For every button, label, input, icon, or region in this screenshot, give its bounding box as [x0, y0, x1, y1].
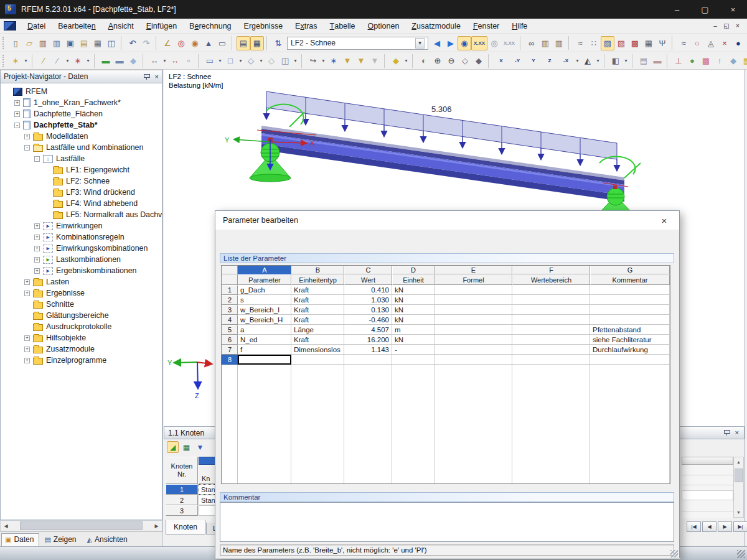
generate-member-load-icon[interactable]: ▼ [341, 54, 354, 68]
generate-surface-load-icon[interactable]: ▼ [354, 54, 368, 68]
zoom-out-icon[interactable]: ⊖ [444, 54, 458, 68]
tree-expander[interactable]: + [24, 347, 30, 352]
cell-wert[interactable]: 1.143 [344, 345, 392, 355]
mdi-restore-button[interactable]: ◱ [721, 21, 732, 31]
print-preview-icon[interactable]: ◫ [105, 36, 118, 50]
dropdown-icon[interactable]: ▾ [622, 54, 629, 68]
menu-item-extras[interactable]: Extras [289, 19, 323, 33]
column-letter-E[interactable]: E [435, 266, 512, 274]
tab-zeigen[interactable]: ▤Zeigen [40, 533, 82, 546]
cell-formel[interactable] [435, 315, 512, 325]
cell-parameter[interactable]: s [238, 295, 291, 305]
cell-wertebereich[interactable] [512, 345, 590, 355]
tree-item[interactable]: LF3: Wind drückend [1, 187, 162, 198]
visibility-modes-icon[interactable]: ◧ [609, 54, 622, 68]
scrollbar-thumb[interactable] [20, 521, 143, 530]
dropdown-icon[interactable]: ▾ [237, 54, 244, 68]
menu-item-ansicht[interactable]: Ansicht [102, 19, 140, 33]
navigator-header[interactable]: Projekt-Navigator - Daten × [0, 70, 162, 83]
generate-load-disabled-icon[interactable]: ▼ [368, 54, 382, 68]
dialog-resize-grip[interactable] [670, 550, 678, 558]
table-insert-icon[interactable]: ▦ [181, 441, 192, 453]
table-corner-cell[interactable] [222, 266, 238, 274]
cell-einheitentyp[interactable]: Kraft [291, 295, 344, 305]
cell-kommentar[interactable]: Pfettenabstand [590, 325, 670, 335]
tree-expander[interactable]: + [34, 268, 40, 274]
record-nav-button[interactable]: |◀ [687, 521, 701, 532]
user-views-icon[interactable]: ▤ [637, 54, 651, 68]
dropdown-icon[interactable]: ▾ [258, 54, 265, 68]
mesh-settings-icon[interactable]: ▦ [642, 36, 655, 50]
table-corner-cell[interactable] [222, 274, 238, 285]
cell-wertebereich[interactable] [512, 315, 590, 325]
new-dimension-icon[interactable]: ↔ [148, 54, 161, 68]
tree-item[interactable]: Schnitte [1, 299, 162, 310]
cell-kommentar[interactable] [590, 315, 670, 325]
dropdown-icon[interactable]: ▾ [217, 54, 223, 68]
view-y-icon[interactable]: Y [525, 54, 542, 68]
cell-formel[interactable] [435, 285, 512, 295]
cell-einheitentyp[interactable] [291, 355, 344, 365]
tree-item[interactable]: +▸Lastkombinationen [1, 254, 162, 265]
column-caption[interactable]: Einheit [392, 274, 435, 285]
results-lens-icon[interactable]: ● [685, 54, 699, 68]
object-info-icon[interactable]: ● [731, 36, 745, 50]
tree-item[interactable]: -↓Lastfälle [1, 153, 162, 164]
pick-object-icon[interactable]: ◎ [174, 36, 188, 50]
dropdown-icon[interactable]: ▾ [64, 54, 71, 68]
cell-einheitentyp[interactable]: Dimensionslos [291, 345, 344, 355]
import-archive-icon[interactable]: ▥ [36, 36, 50, 50]
cell-einheit[interactable]: kN [392, 335, 435, 345]
dropdown-icon[interactable]: ▾ [292, 54, 299, 68]
tree-item[interactable]: +Modelldaten [1, 131, 162, 142]
column-letter-D[interactable]: D [392, 266, 435, 274]
new-surface-icon[interactable]: ◆ [126, 54, 140, 68]
cell-formel[interactable] [435, 295, 512, 305]
tree-item[interactable]: +Lasten [1, 276, 162, 287]
table-cabinet-2-icon[interactable]: ▥ [552, 36, 566, 50]
row-number[interactable]: 3 [222, 305, 238, 315]
clipping-plane-icon[interactable]: ▬ [651, 54, 664, 68]
scroll-left-icon[interactable]: ◀ [1, 521, 11, 531]
tree-item[interactable]: +Zusatzmodule [1, 343, 162, 355]
knoten-nr-header[interactable]: Knoten Nr. [166, 457, 198, 484]
table-cabinet-1-icon[interactable]: ▥ [538, 36, 552, 50]
cell-wert[interactable]: 1.030 [344, 295, 392, 305]
cell-wertebereich[interactable] [512, 305, 590, 315]
new-node-icon[interactable]: ∗ [9, 54, 22, 68]
cell-parameter[interactable]: w_Bereich_H [238, 315, 291, 325]
undo-icon[interactable]: ↶ [126, 36, 139, 50]
tree-expander[interactable]: + [14, 111, 20, 117]
menu-item-tabelle[interactable]: Tabelle [324, 19, 362, 33]
cell-einheitentyp[interactable]: Kraft [291, 305, 344, 315]
tree-item[interactable]: -Dachpfette_Stab* [1, 119, 162, 131]
tab-daten[interactable]: ▣Daten [1, 533, 39, 546]
cell-einheit[interactable]: kN [392, 305, 435, 315]
pin-icon[interactable] [723, 429, 730, 436]
dropdown-icon[interactable]: ▾ [22, 54, 29, 68]
table-jump-icon[interactable]: ▼ [194, 441, 206, 453]
view-minus-x-icon[interactable]: -X [558, 54, 574, 68]
mdi-minimize-button[interactable]: – [710, 21, 721, 31]
zoom-window-icon[interactable]: ⊕ [431, 54, 444, 68]
column-caption[interactable]: Parameter [238, 274, 291, 285]
column-letter-F[interactable]: F [512, 266, 590, 274]
save-icon[interactable]: ▣ [63, 36, 77, 50]
mirror-icon[interactable]: ◬ [704, 36, 718, 50]
cell-wertebereich[interactable] [512, 355, 590, 365]
new-member-icon[interactable]: ▬ [99, 54, 113, 68]
tab-ansichten[interactable]: ◭Ansichten [83, 533, 133, 546]
scroll-right-icon[interactable]: ▶ [151, 521, 162, 531]
menu-item-berechnung[interactable]: Berechnung [183, 19, 237, 33]
cell-einheit[interactable]: kN [392, 295, 435, 305]
record-nav-button[interactable]: ▶| [733, 521, 747, 532]
extrude-solid-icon[interactable]: ◇ [265, 54, 278, 68]
cell-kommentar[interactable] [590, 285, 670, 295]
tree-expander[interactable]: + [24, 335, 30, 341]
open-model-icon[interactable]: ▱ [22, 36, 36, 50]
menu-item-datei[interactable]: Datei [21, 19, 52, 33]
table-layout-1-icon[interactable]: ▤ [237, 36, 250, 50]
cell-wertebereich[interactable] [512, 325, 590, 335]
connect-members-icon[interactable]: ↪ [306, 54, 320, 68]
column-caption[interactable]: Wert [344, 274, 392, 285]
